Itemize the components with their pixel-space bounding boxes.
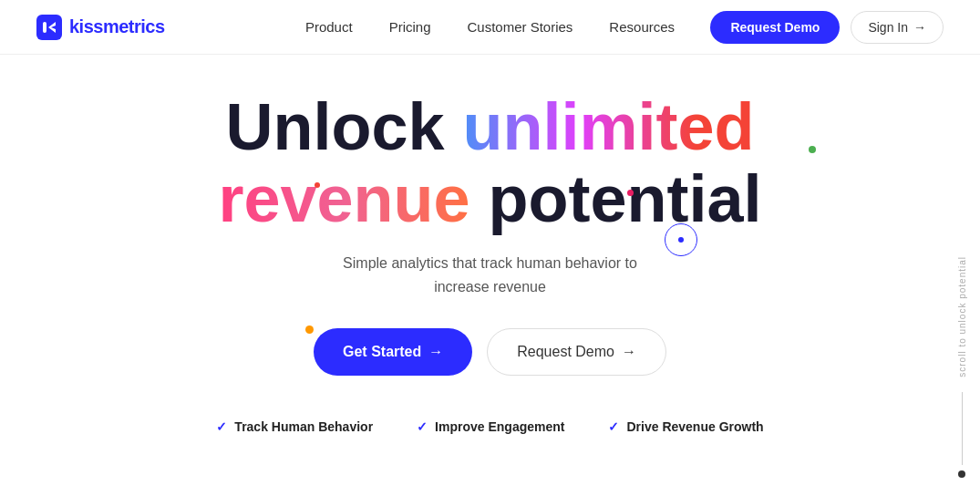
feature-revenue: ✓ Drive Revenue Growth	[608, 419, 763, 434]
title-word-unlimited: unlimited	[463, 90, 755, 163]
hero-request-demo-arrow: →	[622, 344, 636, 360]
feature-engage-label: Improve Engagement	[435, 419, 564, 434]
check-icon-track: ✓	[216, 419, 227, 434]
logo-text: kissmetrics	[69, 16, 165, 37]
svg-rect-1	[43, 22, 46, 33]
decorative-dot-orange	[305, 326, 314, 334]
hero-request-demo-button[interactable]: Request Demo →	[487, 328, 666, 376]
circle-inner-dot	[678, 237, 684, 243]
hero-title: Unlock unlimited revenue potential	[218, 91, 761, 235]
hero-section: Unlock unlimited revenue potential Simpl…	[0, 55, 980, 434]
sign-in-button[interactable]: Sign In →	[851, 11, 944, 44]
nav-product[interactable]: Product	[305, 19, 353, 35]
feature-track: ✓ Track Human Behavior	[216, 419, 373, 434]
scroll-line	[962, 392, 963, 465]
title-word-potential: potential	[489, 162, 762, 235]
circle-decoration	[665, 223, 697, 256]
scroll-dot	[958, 470, 965, 478]
scroll-text: scroll to unlock potential	[957, 256, 967, 377]
nav-customer-stories[interactable]: Customer Stories	[467, 19, 573, 35]
feature-track-label: Track Human Behavior	[234, 419, 373, 434]
hero-subtitle: Simple analytics that track human behavi…	[317, 252, 664, 298]
title-word-unlock: Unlock	[225, 90, 444, 163]
hero-cta-group: Get Started → Request Demo →	[314, 328, 666, 376]
logo-icon	[36, 15, 62, 40]
hero-request-demo-label: Request Demo	[517, 344, 614, 360]
title-word-revenue: revenue	[218, 162, 469, 235]
decorative-dot-green	[809, 146, 816, 153]
nav-pricing[interactable]: Pricing	[389, 19, 431, 35]
logo[interactable]: kissmetrics	[36, 15, 165, 40]
main-nav: Product Pricing Customer Stories Resourc…	[305, 19, 675, 35]
sign-in-label: Sign In	[868, 20, 908, 35]
header-actions: Request Demo Sign In →	[710, 11, 944, 44]
nav-resources[interactable]: Resources	[609, 19, 675, 35]
get-started-arrow: →	[428, 344, 443, 360]
features-list: ✓ Track Human Behavior ✓ Improve Engagem…	[216, 419, 763, 434]
scroll-indicator: scroll to unlock potential	[944, 55, 980, 496]
sign-in-arrow: →	[913, 20, 926, 35]
get-started-label: Get Started	[343, 344, 421, 360]
get-started-button[interactable]: Get Started →	[314, 328, 472, 376]
check-icon-revenue: ✓	[608, 419, 619, 434]
feature-engage: ✓ Improve Engagement	[417, 419, 564, 434]
feature-revenue-label: Drive Revenue Growth	[626, 419, 763, 434]
header-request-demo-button[interactable]: Request Demo	[710, 11, 840, 44]
check-icon-engage: ✓	[417, 419, 428, 434]
